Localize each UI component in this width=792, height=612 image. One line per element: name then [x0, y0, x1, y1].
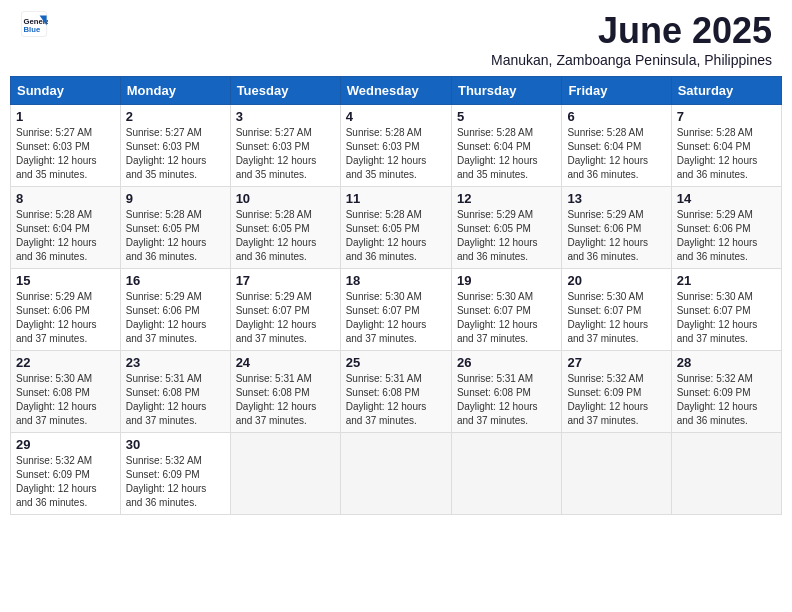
day-info: Sunrise: 5:29 AM Sunset: 6:06 PM Dayligh… [567, 208, 665, 264]
day-number: 4 [346, 109, 446, 124]
weekday-header-thursday: Thursday [451, 77, 561, 105]
day-info: Sunrise: 5:28 AM Sunset: 6:03 PM Dayligh… [346, 126, 446, 182]
calendar-cell: 9Sunrise: 5:28 AM Sunset: 6:05 PM Daylig… [120, 187, 230, 269]
day-info: Sunrise: 5:29 AM Sunset: 6:05 PM Dayligh… [457, 208, 556, 264]
weekday-header-monday: Monday [120, 77, 230, 105]
calendar-cell: 19Sunrise: 5:30 AM Sunset: 6:07 PM Dayli… [451, 269, 561, 351]
day-info: Sunrise: 5:30 AM Sunset: 6:07 PM Dayligh… [346, 290, 446, 346]
calendar-cell: 24Sunrise: 5:31 AM Sunset: 6:08 PM Dayli… [230, 351, 340, 433]
calendar-week-3: 15Sunrise: 5:29 AM Sunset: 6:06 PM Dayli… [11, 269, 782, 351]
day-number: 1 [16, 109, 115, 124]
day-number: 12 [457, 191, 556, 206]
day-number: 20 [567, 273, 665, 288]
day-info: Sunrise: 5:28 AM Sunset: 6:04 PM Dayligh… [567, 126, 665, 182]
calendar-cell: 23Sunrise: 5:31 AM Sunset: 6:08 PM Dayli… [120, 351, 230, 433]
day-number: 6 [567, 109, 665, 124]
calendar-cell: 27Sunrise: 5:32 AM Sunset: 6:09 PM Dayli… [562, 351, 671, 433]
day-number: 30 [126, 437, 225, 452]
day-number: 24 [236, 355, 335, 370]
calendar-cell: 6Sunrise: 5:28 AM Sunset: 6:04 PM Daylig… [562, 105, 671, 187]
calendar-week-2: 8Sunrise: 5:28 AM Sunset: 6:04 PM Daylig… [11, 187, 782, 269]
weekday-header-friday: Friday [562, 77, 671, 105]
calendar-week-4: 22Sunrise: 5:30 AM Sunset: 6:08 PM Dayli… [11, 351, 782, 433]
weekday-header-tuesday: Tuesday [230, 77, 340, 105]
day-number: 3 [236, 109, 335, 124]
calendar-cell: 7Sunrise: 5:28 AM Sunset: 6:04 PM Daylig… [671, 105, 781, 187]
calendar-cell: 25Sunrise: 5:31 AM Sunset: 6:08 PM Dayli… [340, 351, 451, 433]
day-number: 15 [16, 273, 115, 288]
day-number: 28 [677, 355, 776, 370]
day-info: Sunrise: 5:27 AM Sunset: 6:03 PM Dayligh… [16, 126, 115, 182]
calendar-table: SundayMondayTuesdayWednesdayThursdayFrid… [10, 76, 782, 515]
day-number: 7 [677, 109, 776, 124]
weekday-header-wednesday: Wednesday [340, 77, 451, 105]
calendar-cell: 8Sunrise: 5:28 AM Sunset: 6:04 PM Daylig… [11, 187, 121, 269]
calendar-cell: 29Sunrise: 5:32 AM Sunset: 6:09 PM Dayli… [11, 433, 121, 515]
weekday-header-saturday: Saturday [671, 77, 781, 105]
day-number: 21 [677, 273, 776, 288]
svg-text:Blue: Blue [24, 25, 41, 34]
day-info: Sunrise: 5:28 AM Sunset: 6:04 PM Dayligh… [457, 126, 556, 182]
day-info: Sunrise: 5:27 AM Sunset: 6:03 PM Dayligh… [236, 126, 335, 182]
calendar-cell: 12Sunrise: 5:29 AM Sunset: 6:05 PM Dayli… [451, 187, 561, 269]
day-info: Sunrise: 5:31 AM Sunset: 6:08 PM Dayligh… [346, 372, 446, 428]
day-number: 18 [346, 273, 446, 288]
calendar-cell: 1Sunrise: 5:27 AM Sunset: 6:03 PM Daylig… [11, 105, 121, 187]
day-info: Sunrise: 5:28 AM Sunset: 6:05 PM Dayligh… [236, 208, 335, 264]
day-info: Sunrise: 5:30 AM Sunset: 6:08 PM Dayligh… [16, 372, 115, 428]
day-number: 16 [126, 273, 225, 288]
calendar-cell: 15Sunrise: 5:29 AM Sunset: 6:06 PM Dayli… [11, 269, 121, 351]
day-info: Sunrise: 5:28 AM Sunset: 6:04 PM Dayligh… [16, 208, 115, 264]
calendar-cell: 28Sunrise: 5:32 AM Sunset: 6:09 PM Dayli… [671, 351, 781, 433]
calendar-cell: 18Sunrise: 5:30 AM Sunset: 6:07 PM Dayli… [340, 269, 451, 351]
calendar-cell: 20Sunrise: 5:30 AM Sunset: 6:07 PM Dayli… [562, 269, 671, 351]
day-info: Sunrise: 5:30 AM Sunset: 6:07 PM Dayligh… [567, 290, 665, 346]
calendar-week-1: 1Sunrise: 5:27 AM Sunset: 6:03 PM Daylig… [11, 105, 782, 187]
day-info: Sunrise: 5:27 AM Sunset: 6:03 PM Dayligh… [126, 126, 225, 182]
day-info: Sunrise: 5:32 AM Sunset: 6:09 PM Dayligh… [677, 372, 776, 428]
day-number: 9 [126, 191, 225, 206]
day-info: Sunrise: 5:28 AM Sunset: 6:04 PM Dayligh… [677, 126, 776, 182]
day-info: Sunrise: 5:32 AM Sunset: 6:09 PM Dayligh… [126, 454, 225, 510]
day-number: 19 [457, 273, 556, 288]
weekday-header-row: SundayMondayTuesdayWednesdayThursdayFrid… [11, 77, 782, 105]
day-info: Sunrise: 5:29 AM Sunset: 6:06 PM Dayligh… [126, 290, 225, 346]
title-area: June 2025 Manukan, Zamboanga Peninsula, … [491, 10, 772, 68]
day-number: 17 [236, 273, 335, 288]
calendar-body: 1Sunrise: 5:27 AM Sunset: 6:03 PM Daylig… [11, 105, 782, 515]
calendar-cell: 30Sunrise: 5:32 AM Sunset: 6:09 PM Dayli… [120, 433, 230, 515]
calendar-cell: 21Sunrise: 5:30 AM Sunset: 6:07 PM Dayli… [671, 269, 781, 351]
month-title: June 2025 [491, 10, 772, 52]
day-info: Sunrise: 5:29 AM Sunset: 6:06 PM Dayligh… [16, 290, 115, 346]
day-info: Sunrise: 5:32 AM Sunset: 6:09 PM Dayligh… [567, 372, 665, 428]
day-number: 14 [677, 191, 776, 206]
day-info: Sunrise: 5:32 AM Sunset: 6:09 PM Dayligh… [16, 454, 115, 510]
day-number: 27 [567, 355, 665, 370]
day-number: 26 [457, 355, 556, 370]
calendar-cell [451, 433, 561, 515]
calendar-cell: 4Sunrise: 5:28 AM Sunset: 6:03 PM Daylig… [340, 105, 451, 187]
day-number: 23 [126, 355, 225, 370]
calendar-cell: 3Sunrise: 5:27 AM Sunset: 6:03 PM Daylig… [230, 105, 340, 187]
weekday-header-sunday: Sunday [11, 77, 121, 105]
day-number: 29 [16, 437, 115, 452]
day-number: 8 [16, 191, 115, 206]
day-info: Sunrise: 5:28 AM Sunset: 6:05 PM Dayligh… [346, 208, 446, 264]
day-info: Sunrise: 5:29 AM Sunset: 6:07 PM Dayligh… [236, 290, 335, 346]
day-number: 10 [236, 191, 335, 206]
calendar-cell [340, 433, 451, 515]
day-info: Sunrise: 5:31 AM Sunset: 6:08 PM Dayligh… [457, 372, 556, 428]
calendar-cell: 5Sunrise: 5:28 AM Sunset: 6:04 PM Daylig… [451, 105, 561, 187]
logo-icon: General Blue [20, 10, 48, 38]
calendar-cell: 22Sunrise: 5:30 AM Sunset: 6:08 PM Dayli… [11, 351, 121, 433]
day-number: 5 [457, 109, 556, 124]
day-number: 22 [16, 355, 115, 370]
calendar-cell: 2Sunrise: 5:27 AM Sunset: 6:03 PM Daylig… [120, 105, 230, 187]
day-info: Sunrise: 5:29 AM Sunset: 6:06 PM Dayligh… [677, 208, 776, 264]
location-title: Manukan, Zamboanga Peninsula, Philippine… [491, 52, 772, 68]
day-info: Sunrise: 5:31 AM Sunset: 6:08 PM Dayligh… [126, 372, 225, 428]
calendar-cell [671, 433, 781, 515]
calendar-cell [562, 433, 671, 515]
logo: General Blue [20, 10, 48, 38]
calendar-cell: 10Sunrise: 5:28 AM Sunset: 6:05 PM Dayli… [230, 187, 340, 269]
